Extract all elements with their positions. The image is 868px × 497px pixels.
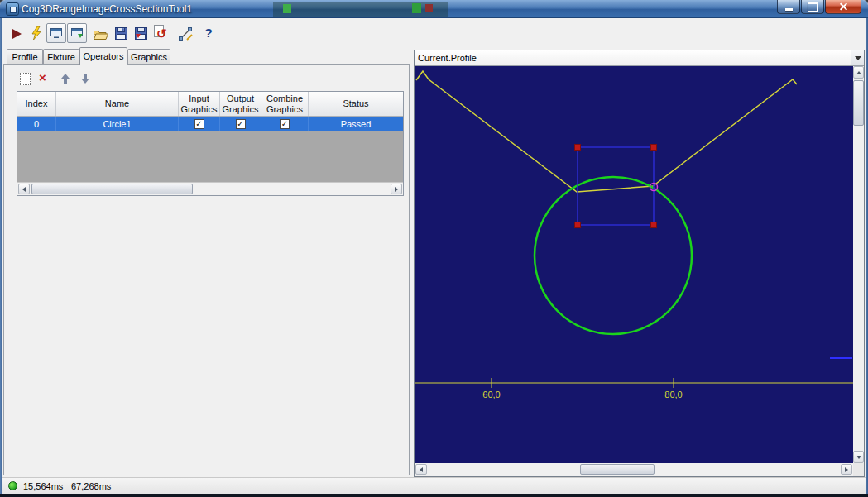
display-record-label: Current.Profile bbox=[418, 53, 477, 63]
window-border-bottom bbox=[0, 494, 868, 497]
scroll-left-icon[interactable] bbox=[415, 464, 427, 475]
grid-header: Index Name Input Graphics Output Graphic… bbox=[17, 92, 403, 117]
help-icon: ? bbox=[204, 26, 212, 40]
scroll-right-icon[interactable] bbox=[391, 184, 402, 194]
image-window-arrow-icon bbox=[71, 28, 84, 39]
corner-handle[interactable] bbox=[575, 145, 581, 151]
tab-profile[interactable]: Profile bbox=[7, 49, 43, 65]
output-graphics-checkbox[interactable]: ✓ bbox=[236, 119, 246, 129]
col-header-index[interactable]: Index bbox=[17, 92, 56, 116]
scroll-thumb[interactable] bbox=[31, 184, 193, 194]
scroll-right-icon[interactable] bbox=[841, 464, 852, 475]
lightning-icon bbox=[31, 26, 42, 41]
combine-graphics-checkbox[interactable]: ✓ bbox=[280, 119, 290, 129]
save-button[interactable] bbox=[111, 23, 131, 43]
cell-index: 0 bbox=[17, 117, 56, 131]
save-results-button[interactable] bbox=[131, 23, 151, 43]
cell-output-graphics: ✓ bbox=[220, 117, 261, 131]
window-border-left bbox=[0, 18, 2, 494]
scroll-thumb[interactable] bbox=[853, 80, 864, 126]
process-time: 15,564ms bbox=[23, 481, 63, 491]
run-button[interactable] bbox=[7, 24, 26, 44]
axis-label: 80,0 bbox=[664, 389, 682, 399]
app-icon[interactable] bbox=[6, 2, 19, 16]
corner-handle[interactable] bbox=[651, 145, 657, 151]
electric-run-button[interactable] bbox=[26, 23, 46, 43]
show-image-options-button[interactable] bbox=[67, 23, 87, 43]
region-rectangle[interactable] bbox=[578, 147, 654, 225]
cell-combine-graphics: ✓ bbox=[261, 117, 309, 131]
help-button[interactable]: ? bbox=[199, 22, 218, 42]
show-image-button[interactable] bbox=[46, 23, 66, 43]
display-horizontal-scrollbar[interactable] bbox=[415, 463, 853, 476]
tab-operators[interactable]: Operators bbox=[79, 47, 127, 65]
display-panel: Current.Profile 60,0 80,0 bbox=[414, 50, 865, 477]
floppy-icon bbox=[115, 27, 127, 40]
slope-tool-button[interactable] bbox=[175, 23, 195, 43]
status-bar: 15,564ms 67,268ms bbox=[0, 477, 868, 494]
operators-grid: Index Name Input Graphics Output Graphic… bbox=[17, 91, 404, 196]
background-window-artifact bbox=[273, 2, 448, 17]
col-header-combine-graphics[interactable]: Combine Graphics bbox=[261, 92, 309, 116]
scroll-left-icon[interactable] bbox=[18, 184, 30, 194]
app-window: Cog3DRangeImageCrossSectionTool1 ↺ ? bbox=[0, 0, 868, 497]
display-vertical-scrollbar[interactable] bbox=[853, 66, 864, 463]
scrollbar-corner bbox=[853, 463, 864, 476]
col-header-output-graphics[interactable]: Output Graphics bbox=[220, 92, 261, 116]
background-window-artifact bbox=[412, 3, 421, 13]
open-folder-icon bbox=[94, 29, 108, 40]
slope-icon bbox=[179, 26, 193, 41]
close-button[interactable] bbox=[825, 0, 861, 14]
cell-name: Circle1 bbox=[56, 117, 179, 131]
move-down-icon[interactable] bbox=[79, 72, 91, 85]
floppy-arrow-icon bbox=[135, 27, 147, 40]
col-header-input-graphics[interactable]: Input Graphics bbox=[179, 92, 220, 116]
profile-polyline bbox=[416, 71, 797, 192]
scroll-thumb[interactable] bbox=[580, 464, 655, 475]
cell-input-graphics: ✓ bbox=[179, 117, 220, 131]
profile-canvas[interactable]: 60,0 80,0 bbox=[415, 66, 853, 463]
chevron-down-icon[interactable] bbox=[851, 50, 864, 65]
background-window-artifact bbox=[425, 4, 433, 12]
tab-graphics[interactable]: Graphics bbox=[127, 49, 170, 65]
grid-horizontal-scrollbar[interactable] bbox=[17, 182, 403, 195]
scroll-down-icon[interactable] bbox=[853, 451, 864, 463]
reset-icon: ↺ bbox=[156, 26, 167, 41]
profile-graphics: 60,0 80,0 bbox=[415, 66, 853, 463]
minimize-button[interactable] bbox=[777, 0, 800, 14]
scroll-up-icon[interactable] bbox=[853, 66, 864, 79]
corner-handle[interactable] bbox=[651, 222, 657, 228]
new-operator-icon[interactable] bbox=[20, 73, 31, 85]
tab-fixture[interactable]: Fixture bbox=[43, 49, 79, 65]
background-window-artifact bbox=[283, 4, 291, 13]
col-header-name[interactable]: Name bbox=[56, 92, 179, 116]
status-led-icon bbox=[8, 481, 17, 490]
move-up-icon[interactable] bbox=[60, 72, 71, 85]
reset-button[interactable]: ↺ bbox=[151, 23, 171, 43]
input-graphics-checkbox[interactable]: ✓ bbox=[194, 119, 204, 129]
play-icon bbox=[12, 29, 22, 39]
total-time: 67,268ms bbox=[71, 481, 111, 491]
delete-operator-icon[interactable]: × bbox=[39, 72, 46, 84]
maximize-button[interactable] bbox=[801, 0, 824, 14]
axis-label: 60,0 bbox=[482, 389, 500, 399]
display-record-selector[interactable]: Current.Profile bbox=[415, 50, 864, 66]
open-file-button[interactable] bbox=[91, 24, 111, 44]
corner-handle[interactable] bbox=[575, 222, 581, 228]
image-window-icon bbox=[50, 28, 63, 39]
window-title: Cog3DRangeImageCrossSectionTool1 bbox=[22, 3, 192, 15]
grid-empty-area bbox=[17, 131, 403, 182]
col-header-status[interactable]: Status bbox=[309, 92, 403, 116]
title-bar[interactable]: Cog3DRangeImageCrossSectionTool1 bbox=[0, 0, 868, 18]
table-row[interactable]: 0 Circle1 ✓ ✓ ✓ Passed bbox=[17, 117, 403, 131]
cell-status: Passed bbox=[309, 117, 403, 131]
result-circle bbox=[535, 177, 692, 334]
